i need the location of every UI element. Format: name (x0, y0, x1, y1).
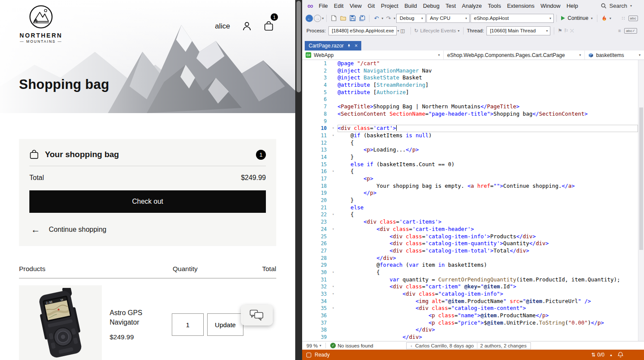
redo-dropdown-icon[interactable]: ▾ (394, 16, 395, 20)
code-line[interactable]: 2@inject NavigationManager Nav (302, 67, 638, 75)
line-number[interactable]: 10 (302, 125, 329, 132)
code-line[interactable]: 21 else (302, 204, 638, 212)
save-all-button[interactable] (358, 13, 366, 23)
code-line[interactable]: 30▾ { (302, 269, 638, 276)
line-number[interactable]: 8 (302, 111, 329, 118)
issues-indicator[interactable]: ✓ No issues found (330, 343, 373, 348)
options-grid-icon[interactable]: ∷ (622, 16, 625, 21)
vs-search[interactable]: Search ▾ (601, 3, 641, 9)
menu-item-window[interactable]: Window (537, 1, 563, 11)
line-number[interactable]: 5 (302, 89, 329, 96)
checkout-button[interactable]: Check out (29, 190, 266, 213)
statusbar-expand-caret[interactable]: ▴ (610, 353, 612, 357)
editor-scrollbar-thumb[interactable] (639, 107, 643, 250)
fold-chevron-icon[interactable]: ▾ (329, 305, 338, 312)
member-dropdown[interactable]: basketItems ▾ (585, 51, 644, 60)
line-number[interactable]: 36 (302, 312, 329, 319)
zoom-dropdown[interactable]: 99 % ▾ (306, 343, 321, 348)
code-line[interactable]: 6 (302, 96, 638, 103)
solution-configuration-dropdown[interactable]: Debug ▾ (396, 14, 426, 23)
code-line[interactable]: 17 <p> (302, 175, 638, 183)
code-line[interactable]: 11▾ @if (basketItems is null) (302, 132, 638, 139)
code-line[interactable]: 19 </p> (302, 189, 638, 197)
editor-scrollbar[interactable] (638, 60, 644, 341)
browser-scrollbar-thumb[interactable] (297, 1, 301, 92)
menu-item-extensions[interactable]: Extensions (504, 1, 538, 11)
shop-logo[interactable]: NORTHERN — MOUNTAINS — (17, 4, 65, 44)
continue-debug-button[interactable]: Continue ▾ (559, 15, 594, 21)
line-number[interactable]: 18 (302, 183, 329, 190)
menu-item-tools[interactable]: Tools (485, 1, 504, 11)
code-line[interactable]: 23 <div class='cart-items'> (302, 218, 638, 226)
fold-chevron-icon[interactable]: ▾ (329, 168, 338, 175)
code-line[interactable]: 27 <div class='catalog-item-total'>Total… (302, 247, 638, 255)
undo-button[interactable]: ↶ (372, 13, 381, 23)
tab-cartpage-razor[interactable]: CartPage.razor × (305, 41, 361, 51)
code-line[interactable]: 8<SectionContent SectionName="page-heade… (302, 111, 638, 118)
quantity-input[interactable] (172, 313, 204, 336)
browser-scrollbar[interactable] (295, 0, 302, 360)
project-dropdown[interactable]: C# WebApp ▾ (302, 51, 444, 60)
code-line[interactable]: 34 <img alt="@item.ProductName" src="@it… (302, 298, 638, 305)
fold-chevron-icon[interactable]: ▾ (329, 291, 338, 298)
line-number[interactable]: 16 (302, 168, 329, 175)
code-line[interactable]: 18 Your shopping bag is empty. <a href="… (302, 183, 638, 190)
line-number[interactable]: 7 (302, 103, 329, 111)
code-line[interactable]: 14 } (302, 154, 638, 161)
code-line[interactable]: 9 (302, 118, 638, 125)
code-line[interactable]: 33▾ <div class="catalog-item-info"> (302, 291, 638, 298)
menu-item-view[interactable]: View (347, 1, 365, 11)
line-number[interactable]: 30 (302, 269, 329, 276)
navigation-dropdown-icon[interactable]: ▾ (322, 16, 324, 20)
code-line[interactable]: 15 else if (basketItems.Count == 0) (302, 161, 638, 168)
solution-platform-dropdown[interactable]: Any CPU ▾ (426, 14, 470, 23)
line-number[interactable]: 37 (302, 319, 329, 327)
update-quantity-button[interactable]: Update (207, 313, 243, 336)
menu-item-file[interactable]: File (316, 1, 331, 11)
menu-item-git[interactable]: Git (365, 1, 378, 11)
thread-dropdown[interactable]: [10660] Main Thread ▾ (486, 26, 550, 35)
code-line[interactable]: 28 </div> (302, 255, 638, 262)
git-sync-status[interactable]: ⇅ 0/0 (591, 352, 605, 358)
redo-button[interactable]: ↷ (384, 13, 393, 23)
line-number[interactable]: 39 (302, 334, 329, 341)
line-number[interactable]: 14 (302, 154, 329, 161)
close-tab-icon[interactable]: × (354, 43, 357, 48)
code-line[interactable]: 13 <p>Loading...</p> (302, 146, 638, 154)
cart-button[interactable]: 1 (264, 21, 274, 32)
show-flagged-threads-icon[interactable]: ⚑ (558, 28, 562, 34)
line-number[interactable]: 32 (302, 283, 329, 291)
code-line[interactable]: 24▾ <div class='cart-item-header'> (302, 226, 638, 233)
line-number[interactable]: 17 (302, 175, 329, 183)
process-dropdown[interactable]: [18480] eShop.AppHost.exe ▾ (328, 26, 397, 35)
toggle-current-thread-icon[interactable]: ⤫ (570, 28, 574, 34)
line-number[interactable]: 3 (302, 74, 329, 82)
code-line[interactable]: 39 </div> (302, 334, 638, 341)
code-line[interactable]: 7<PageTitle>Shopping Bag | Northern Moun… (302, 103, 638, 111)
fold-chevron-icon[interactable]: ▾ (329, 226, 338, 233)
line-number[interactable]: 4 (302, 82, 329, 89)
line-number[interactable]: 6 (302, 96, 329, 103)
spell-check-icon[interactable]: abc (628, 16, 638, 21)
menu-item-help[interactable]: Help (563, 1, 581, 11)
account-button[interactable] (242, 21, 252, 32)
code-line[interactable]: 1@page "/cart" (302, 60, 638, 67)
navigate-forward-button[interactable]: → (314, 15, 321, 22)
menu-item-project[interactable]: Project (378, 1, 401, 11)
menu-item-test[interactable]: Test (442, 1, 459, 11)
open-file-button[interactable] (339, 13, 347, 23)
line-number[interactable]: 12 (302, 139, 329, 147)
code-line[interactable]: 35▾ <div class="catalog-item-content"> (302, 305, 638, 312)
code-line[interactable]: 32▾ <div class="cart-item" @key="@item.I… (302, 283, 638, 291)
code-line[interactable]: 10▾<div class='cart'> (302, 125, 638, 132)
fold-chevron-icon[interactable]: ▾ (329, 283, 338, 291)
code-line[interactable]: 25 <div class='catalog-item-info'>Produc… (302, 233, 638, 240)
line-number[interactable]: 34 (302, 298, 329, 305)
code-editor[interactable]: 1@page "/cart"2@inject NavigationManager… (302, 60, 644, 341)
code-line[interactable]: 38 </div> (302, 326, 638, 334)
line-number[interactable]: 25 (302, 233, 329, 240)
code-line[interactable]: 29 @foreach (var item in basketItems) (302, 262, 638, 269)
code-line[interactable]: 4@attribute [StreamRendering] (302, 82, 638, 89)
line-number[interactable]: 27 (302, 247, 329, 255)
chat-widget-button[interactable] (241, 305, 273, 325)
